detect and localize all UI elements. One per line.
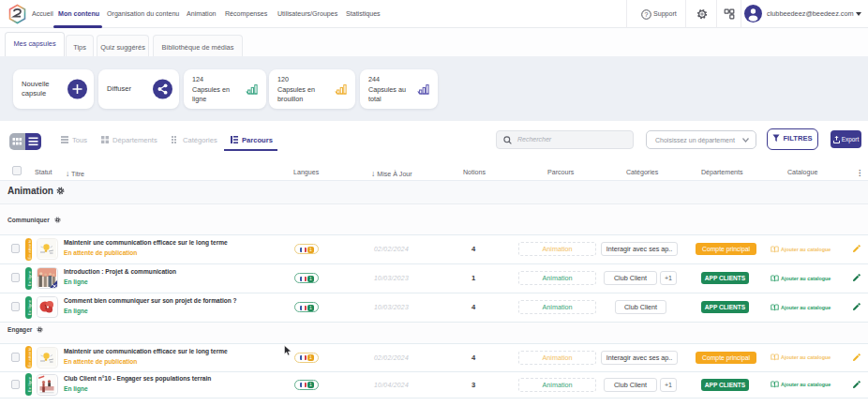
svg-text:?: ? <box>645 11 649 18</box>
